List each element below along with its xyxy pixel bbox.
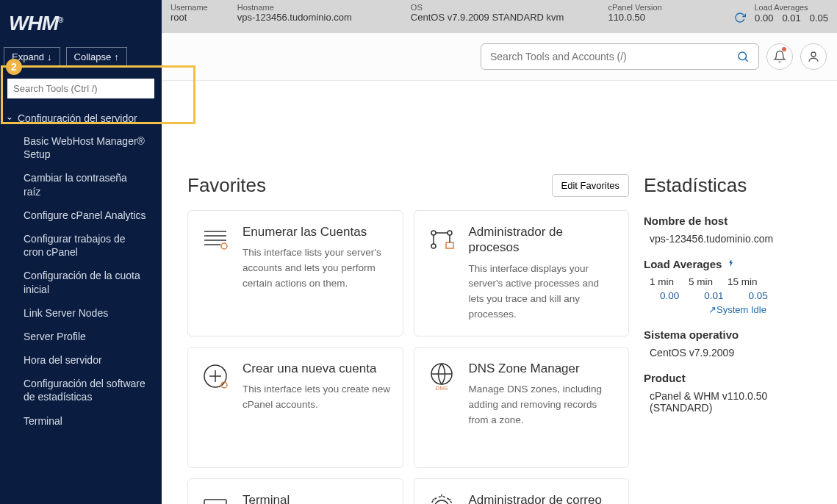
hostname-value: vps-123456.tudominio.com (644, 233, 831, 245)
refresh-icon[interactable] (734, 12, 746, 24)
la-1min-value: 0.00 (650, 290, 679, 301)
svg-point-10 (431, 244, 436, 248)
card-title: Administrador de procesos (469, 224, 617, 256)
arrow-down-icon: ↓ (47, 51, 52, 62)
list-accounts-icon (200, 224, 231, 255)
card-dns-zone[interactable]: DNS DNS Zone Manager Manage DNS zones, i… (414, 347, 630, 468)
username-block: Username root (170, 3, 208, 23)
svg-rect-18 (204, 500, 226, 504)
os-block: OS CentOS v7.9.2009 STANDARD kvm (411, 3, 564, 23)
favorites-title: Favorites (187, 174, 266, 197)
svg-point-2 (811, 52, 816, 57)
product-value: cPanel & WHM v110.0.50 (STANDARD) (644, 390, 831, 414)
sidebar-group-server-config[interactable]: Configuración del servidor (0, 107, 162, 129)
la-5min-value: 0.01 (694, 290, 723, 301)
create-account-icon (200, 361, 231, 392)
card-mail-queue[interactable]: Administrador de correo en cola This int… (414, 478, 630, 504)
stats-title: Estadísticas (644, 174, 831, 197)
sidebar-item-server-profile[interactable]: Server Profile (0, 325, 162, 348)
card-list-accounts[interactable]: Enumerar las Cuentas This interface list… (187, 210, 403, 336)
hostname-label: Hostname (237, 3, 352, 12)
external-link-icon: ↗ (708, 304, 716, 315)
annotation-badge-2: 2 (6, 59, 22, 75)
stats-panel: Estadísticas Nombre de host vps-123456.t… (644, 174, 831, 504)
sidebar-item-analytics[interactable]: Configure cPanel Analytics (0, 204, 162, 227)
sidebar-item-cron[interactable]: Configurar trabajos de cron cPanel (0, 227, 162, 264)
svg-point-7 (221, 243, 227, 249)
username-value: root (170, 12, 208, 23)
os-label: OS (411, 3, 564, 12)
sidebar-item-server-time[interactable]: Hora del servidor (0, 348, 162, 372)
load-15: 0.05 (810, 12, 828, 24)
header-search-box[interactable] (481, 43, 759, 70)
card-terminal[interactable]: Terminal This interface provides an in-b… (187, 478, 403, 504)
system-idle-link[interactable]: ↗System Idle (644, 304, 831, 315)
hostname-block: Hostname vps-123456.tudominio.com (237, 3, 352, 23)
load-5: 0.01 (782, 12, 800, 24)
process-manager-icon (426, 224, 457, 255)
sidebar-item-stats-software[interactable]: Configuración del software de estadístic… (0, 372, 162, 408)
card-title: DNS Zone Manager (469, 361, 617, 376)
card-title: Administrador de correo en cola (469, 492, 617, 504)
svg-point-0 (739, 52, 747, 60)
sidebar-item-terminal[interactable]: Terminal (0, 409, 162, 433)
svg-line-1 (745, 59, 747, 61)
hostname-label: Nombre de host (644, 215, 831, 227)
card-process-manager[interactable]: Administrador de procesos This interface… (414, 210, 630, 336)
cpanel-version-block: cPanel Version 110.0.50 (608, 3, 661, 23)
sidebar-item-initial-quota[interactable]: Configuración de la cuota inicial (0, 264, 162, 300)
sidebar-search-input[interactable] (7, 79, 154, 98)
sidebar-item-basic-setup[interactable]: Basic WebHost Manager® Setup (0, 129, 162, 166)
load-averages-block: Load Averages 0.00 0.01 0.05 (734, 3, 828, 24)
la-15min-label: 15 min (728, 276, 758, 287)
notifications-button[interactable] (766, 43, 793, 70)
la-1min-label: 1 min (650, 276, 674, 287)
dns-zone-icon: DNS (426, 361, 457, 392)
card-title: Enumerar las Cuentas (243, 224, 391, 240)
card-title: Terminal (243, 492, 391, 504)
collapse-button[interactable]: Collapse ↑ (66, 47, 127, 67)
notification-dot-icon (782, 47, 786, 51)
load-averages-label: Load Averages (734, 3, 828, 12)
mail-queue-icon (426, 492, 457, 504)
svg-point-19 (434, 500, 449, 504)
username-label: Username (170, 3, 208, 12)
la-5min-label: 5 min (689, 276, 713, 287)
product-label: Product (644, 372, 831, 384)
search-icon[interactable] (736, 50, 750, 63)
card-title: Crear una nueva cuenta (243, 361, 391, 376)
brand-logo: WHM® (0, 0, 162, 41)
hostname-value: vps-123456.tudominio.com (237, 12, 352, 23)
card-desc: This interface lists your server's accou… (243, 245, 391, 292)
svg-rect-11 (446, 242, 453, 248)
svg-text:DNS: DNS (435, 385, 448, 392)
card-desc: This interface lets you create new cPane… (243, 382, 391, 413)
card-desc: Manage DNS zones, including adding and r… (469, 382, 617, 428)
sidebar: WHM® Expand ↓ Collapse ↑ Configuración d… (0, 0, 162, 504)
os-value: CentOS v7.9.2009 (644, 347, 831, 359)
cpv-label: cPanel Version (608, 3, 661, 12)
card-create-account[interactable]: Crear una nueva cuenta This interface le… (187, 347, 403, 468)
edit-favorites-button[interactable]: Edit Favorites (552, 174, 629, 197)
main-content: Favorites Edit Favorites Enumerar las Cu… (182, 158, 837, 504)
arrow-up-icon: ↑ (114, 51, 119, 62)
la-label: Load Averages (644, 258, 831, 270)
la-15min-value: 0.05 (739, 290, 768, 301)
search-input[interactable] (490, 51, 736, 62)
cpv-value: 110.0.50 (608, 12, 661, 23)
running-icon (725, 258, 734, 270)
sidebar-item-link-nodes[interactable]: Link Server Nodes (0, 301, 162, 325)
terminal-icon (200, 492, 231, 504)
load-1: 0.00 (755, 12, 773, 24)
svg-point-9 (448, 231, 452, 235)
os-value: CentOS v7.9.2009 STANDARD kvm (411, 12, 564, 23)
account-button[interactable] (800, 43, 827, 70)
sidebar-item-change-root-pw[interactable]: Cambiar la contraseña raíz (0, 166, 162, 203)
svg-point-8 (431, 231, 436, 235)
os-label: Sistema operativo (644, 328, 831, 341)
card-desc: This interface displays your server's ac… (469, 262, 617, 323)
